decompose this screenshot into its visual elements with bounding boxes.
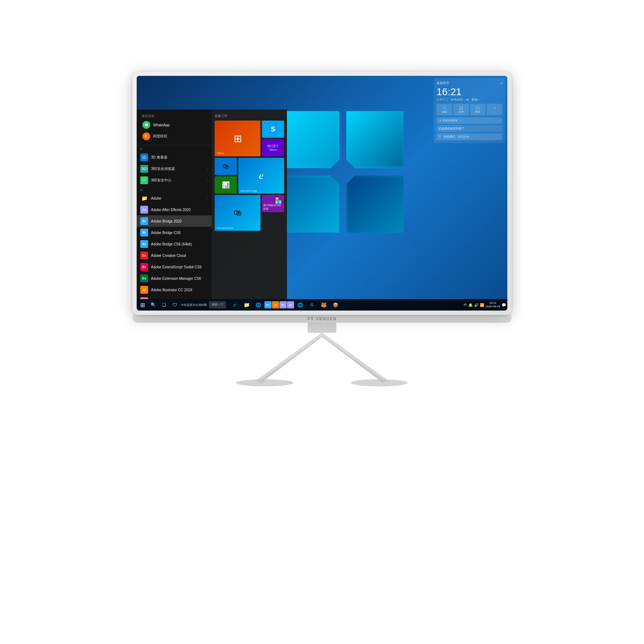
- notif-search-bar[interactable]: 🔍 搜索网页、查找文件: [436, 133, 502, 140]
- illustrator-icon: Ai: [140, 286, 148, 294]
- notif-actions: □ 桌面 ◻ 文件 ⬡ 快讯 → ...: [436, 104, 502, 115]
- taskbar-app-ai[interactable]: Ai: [272, 301, 279, 308]
- notif-btn-files-label: 文件: [454, 110, 468, 114]
- clock-date-cn: 八月十二: [436, 98, 448, 102]
- taskbar-app-ps[interactable]: Ps: [264, 301, 272, 308]
- svg-point-1: [236, 379, 293, 386]
- start-apps-section: # 3D 3D 查看器 360 360安全浏览器 › 🛡: [137, 145, 212, 299]
- start-item-creativecloud[interactable]: Cc Adobe Creative Cloud: [137, 250, 212, 261]
- taskbar-left: ⊞ 🔍 ❑ 🛡: [137, 300, 180, 310]
- start-item-extendscript-label: Adobe ExtendScript Toolkit CS6: [151, 265, 208, 269]
- start-work-title: 高效工作: [215, 112, 284, 121]
- taskbar-tray: 中 🔔 🔊 📶 16:21 2020-09-28 💬: [464, 301, 507, 309]
- cortana-button[interactable]: 🔍: [148, 300, 158, 310]
- start-item-360browser-arrow: ›: [207, 167, 208, 171]
- tile-office[interactable]: ⊞ Office: [215, 121, 260, 156]
- tray-action-center-icon[interactable]: 💬: [502, 303, 506, 307]
- win-logo-br: [346, 175, 404, 233]
- start-item-360security-arrow: ›: [207, 179, 208, 182]
- clock-day: 星期一: [472, 98, 480, 102]
- extmanager-icon: Ex: [140, 274, 148, 282]
- tile-shopping[interactable]: 🛍: [215, 158, 237, 175]
- start-item-mediaencoder[interactable]: Me Adobe Media Encoder 2020: [137, 296, 212, 299]
- tray-volume-icon[interactable]: 🔊: [474, 303, 478, 307]
- clock-time: 16:21: [436, 87, 502, 97]
- start-item-bridgecs6[interactable]: Br Adobe Bridge CS6: [137, 227, 212, 238]
- taskbar-app-package[interactable]: 📦: [330, 299, 341, 311]
- tile-purple[interactable]: 🏪 努力驾驭店中的归宿: [262, 195, 284, 212]
- tile-purple-icon: 🏪: [275, 197, 282, 204]
- taskbar-apps: e 📁 🌐 Ps Ai Pr Ae 🌐 G 🐯 📦: [228, 299, 343, 311]
- start-item-whatsapp[interactable]: 💬 WhatsApp: [139, 119, 210, 131]
- taskbar-app-browser[interactable]: 🌐: [253, 299, 264, 311]
- notif-add-todo[interactable]: ⊕ 添加待办事项: [436, 117, 502, 124]
- win-logo-bl: [282, 175, 339, 233]
- start-item-360security[interactable]: 🛡 360安全中心 ›: [137, 175, 212, 186]
- start-item-bridgecs6-64-label: Adobe Bridge CS6 (64bit): [151, 242, 208, 246]
- tile-shopping-icon: 🛍: [223, 163, 229, 170]
- taskbar-search-bar[interactable]: 搜索一下: [209, 301, 226, 308]
- start-item-aliwangwang[interactable]: 旺 阿里旺旺: [139, 131, 210, 142]
- notif-btn-desktop-label: 桌面: [437, 110, 452, 114]
- win-security-taskbar[interactable]: 🛡: [170, 300, 180, 310]
- aliwangwang-icon: 旺: [142, 132, 150, 140]
- taskbar-search-btn[interactable]: 搜索一下: [209, 301, 226, 308]
- tile-yahoo[interactable]: 我们买了Yahoo: [262, 139, 284, 156]
- tile-edge[interactable]: e Microsoft Edge: [238, 158, 284, 194]
- tile-store[interactable]: 🛍 Microsoft Store: [215, 195, 260, 231]
- tile-edge-label: Microsoft Edge: [240, 190, 257, 192]
- taskbar-app-edge[interactable]: e: [229, 299, 240, 311]
- start-button[interactable]: ⊞: [137, 300, 147, 310]
- start-item-extmanager-label: Adobe Extension Manager CS6: [151, 277, 208, 280]
- notif-header: 桌面助手 ≡: [436, 81, 502, 86]
- notif-btn-extra[interactable]: → ...: [487, 104, 502, 115]
- taskbar: ⊞ 🔍 ❑ 🛡 中秋是国月出现时啊 搜索一下: [137, 299, 507, 311]
- start-item-360browser[interactable]: 360 360安全浏览器 ›: [137, 163, 212, 175]
- start-item-adobe[interactable]: 📁 Adobe ›: [137, 192, 212, 204]
- start-item-extendscript[interactable]: Es Adobe ExtendScript Toolkit CS6: [137, 261, 212, 273]
- tile-skype[interactable]: S: [262, 121, 284, 138]
- taskbar-app-chrome[interactable]: 🌐: [294, 299, 306, 311]
- monitor-screen: 桌面助手 ≡ 16:21 八月十二 09月28日 ☁ 星期一 □ 桌面: [137, 76, 507, 311]
- start-item-whatsapp-label: WhatsApp: [153, 123, 206, 127]
- start-item-bridgecs6-64[interactable]: Br Adobe Bridge CS6 (64bit): [137, 238, 212, 250]
- tray-keyboard-icon[interactable]: 中: [464, 303, 467, 307]
- taskbar-clock[interactable]: 16:21 2020-09-28: [486, 301, 500, 309]
- start-a-header: A: [137, 186, 212, 192]
- taskbar-app-tiger[interactable]: 🐯: [318, 299, 330, 311]
- tiles-grid: ⊞ Office S 我们买了Yahoo: [215, 121, 284, 231]
- notif-title: 桌面助手: [436, 81, 449, 86]
- start-item-illustrator[interactable]: Ai Adobe Illustrator CC 2019: [137, 284, 212, 296]
- start-item-extmanager[interactable]: Ex Adobe Extension Manager CS6: [137, 273, 212, 284]
- tile-purple-label: 努力驾驭店中的归宿: [263, 204, 283, 211]
- notif-btn-extra-label: ...: [487, 110, 502, 113]
- start-item-3dviewer[interactable]: 3D 3D 查看器: [137, 152, 212, 163]
- start-item-illustrator-label: Adobe Illustrator CC 2019: [151, 288, 208, 292]
- taskbar-app-explorer[interactable]: 📁: [241, 299, 252, 311]
- start-item-ae2020[interactable]: Ae Adobe After Effects 2020: [137, 204, 212, 215]
- tile-office-icon: ⊞: [234, 133, 242, 145]
- notif-btn-files[interactable]: ◻ 文件: [453, 104, 469, 115]
- whatsapp-icon: 💬: [142, 121, 150, 129]
- taskbar-app-g[interactable]: G: [306, 299, 318, 311]
- notif-btn-desktop[interactable]: □ 桌面: [436, 104, 452, 115]
- tile-excel[interactable]: 📊: [215, 176, 237, 194]
- taskbar-cn-text: 中秋是国月出现时啊: [180, 303, 208, 307]
- taskbar-app-ae[interactable]: Ae: [287, 301, 294, 308]
- tray-notification-icon[interactable]: 🔔: [468, 303, 473, 307]
- notif-menu-icon[interactable]: ≡: [501, 82, 502, 85]
- taskbar-app-pr[interactable]: Pr: [279, 301, 287, 308]
- bridge2020-icon: Br: [140, 217, 148, 225]
- task-view-button[interactable]: ❑: [159, 300, 169, 310]
- start-recent-title: 最近添加: [139, 112, 210, 119]
- start-item-bridge2020[interactable]: Br Adobe Bridge 2020: [137, 215, 212, 227]
- notif-btn-news[interactable]: ⬡ 快讯: [470, 104, 486, 115]
- svg-rect-0: [308, 323, 336, 333]
- start-item-adobe-arrow: ›: [207, 197, 208, 200]
- tile-store-icon: 🛍: [234, 208, 241, 218]
- monitor-wrapper: 桌面助手 ≡ 16:21 八月十二 09月28日 ☁ 星期一 □ 桌面: [125, 72, 519, 572]
- win-logo-tl: [282, 111, 339, 168]
- tile-yahoo-label: 我们买了Yahoo: [263, 144, 283, 151]
- tray-network-icon[interactable]: 📶: [480, 303, 484, 307]
- notif-add-icon: ⊕: [439, 119, 442, 122]
